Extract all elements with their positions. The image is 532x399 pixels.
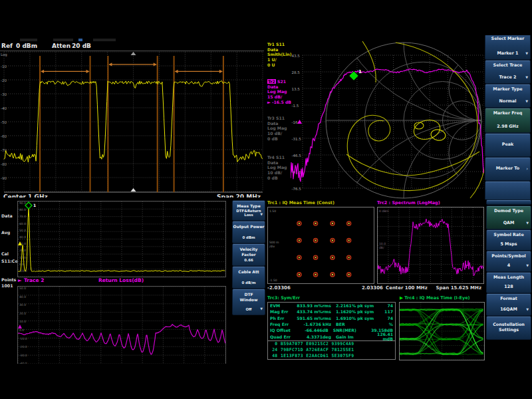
sym-err-cell: Freq Err: [268, 322, 293, 327]
trace-legend-item[interactable]: Tr4 S11DataLog Mag10 dB/0 dB: [267, 155, 291, 181]
output-power-button[interactable]: Output Power0 dBm: [232, 221, 265, 243]
svg-text:70.0: 70.0: [19, 215, 26, 218]
spectrum-plot: Log-10-20-30-40-50-60-70-80-90: [0, 51, 264, 194]
peak-button[interactable]: Peak: [485, 133, 531, 157]
select-trace-button[interactable]: Select TraceTrace 2▼: [485, 60, 531, 84]
vsa-spectrum-plot: 0 dBm10.0dB/: [377, 207, 484, 284]
smith-chart-plot: 43.528.513.5-1.5-16.5-31.5-46.5-61.5-76.…: [291, 41, 484, 200]
points-label: Points: [1, 277, 16, 282]
softkey-value: Marker 1: [485, 51, 530, 56]
symbol-index: 48: [268, 353, 277, 359]
marker-type-button[interactable]: Marker TypeNormal▼: [485, 84, 531, 108]
meas-type-button[interactable]: Meas TypeDTF&Return Loss▼: [232, 200, 265, 221]
trc2-title[interactable]: Trc2 : Spectrum (LogMag): [377, 200, 440, 205]
dropdown-arrow-icon: ▼: [526, 221, 529, 225]
svg-text:-20.0: -20.0: [19, 345, 27, 348]
svg-text:-30: -30: [1, 92, 7, 96]
symbol-hex-table: 0B59A7077 E09215C2 9399C4A92479BFC71D A7…: [267, 340, 396, 360]
svg-text:1.50: 1.50: [269, 209, 276, 213]
cable-att-button[interactable]: Cable Att0 dB/m: [232, 266, 265, 289]
trc2-window: Trc2 : Spectrum (LogMag) 0 dBm10.0dB/: [376, 200, 484, 284]
softkey-label: Format: [487, 294, 531, 302]
svg-text:-20: -20: [1, 78, 7, 82]
ref-value[interactable]: 0 dBm: [16, 43, 37, 49]
trc1-title[interactable]: Trc1 : IQ Meas Time (Const): [267, 200, 334, 205]
svg-text:-30.0: -30.0: [19, 354, 27, 357]
sym-err-cell: Mag Err: [268, 309, 293, 314]
svg-text:10.0: 10.0: [19, 256, 26, 259]
softkey-label: Output Power: [233, 221, 265, 229]
legend-line: 15 dB/: [267, 94, 291, 100]
svg-text:43.5: 43.5: [292, 54, 301, 58]
softkey-value: QAM: [487, 220, 531, 225]
legend-line: Data: [267, 160, 291, 166]
softkey-label: Marker To: [496, 166, 520, 172]
svg-text:-80: -80: [1, 162, 7, 166]
meas-length-button[interactable]: Meas Length128: [486, 272, 531, 293]
softkey-value: 2.98 GHz: [485, 124, 530, 129]
symbol-rate-button[interactable]: Symbol Rate5 Msps: [486, 229, 531, 251]
svg-text:-90: -90: [1, 176, 7, 180]
constellation-settings-button[interactable]: Constellation Settings: [486, 316, 531, 340]
sym-err-row: Ph Err591.65 m%rms1.6910% pk sym74: [268, 315, 395, 321]
marker-to-button[interactable]: Marker To›: [485, 157, 531, 181]
svg-text:-31.5: -31.5: [292, 137, 302, 141]
trc3-title[interactable]: Trc3: Sym/Err: [267, 295, 300, 301]
svg-text:-10: -10: [1, 65, 7, 68]
svg-text:-1.50: -1.50: [269, 279, 277, 282]
svg-text:13.5: 13.5: [292, 87, 301, 91]
select-marker-button[interactable]: Select MarkerMarker 1▼: [485, 33, 531, 60]
velocity-factor-button[interactable]: Velocity Factor0.66: [232, 243, 265, 266]
svg-text:90.0: 90.0: [19, 201, 26, 205]
svg-text:-50: -50: [1, 120, 7, 124]
sym-err-cell: 1.1620% pk sym: [331, 309, 376, 314]
dtf-window-button[interactable]: DTF WindowOff▼: [232, 289, 265, 315]
sym-err-cell: 591.65 m%rms: [293, 316, 331, 321]
cable-antenna-panel: DataAvgCalS11:CorPoints1001 90.080.070.0…: [0, 200, 266, 364]
svg-text:10.0: 10.0: [19, 320, 26, 323]
sym-err-cell: -1.6736 kHz: [293, 322, 331, 327]
vsa-softkey-menu: Demod TypeQAM▼Symbol Rate5 MspsPoints/Sy…: [485, 200, 532, 359]
spectrum-footer: Center 1 GHz Span 20 MHz: [0, 194, 264, 198]
spectrum-header: Ref 0 dBm Atten 20 dB: [0, 42, 264, 51]
format-button[interactable]: Format16QAM▼: [486, 293, 531, 316]
trace-legend-item[interactable]: Tr3 S11DataLog Mag10 dB/0 dB: [267, 116, 291, 142]
sym-err-cell: Gain Im: [331, 334, 376, 339]
span-label: Span 15.625 MHz: [436, 285, 481, 291]
svg-text:30.0: 30.0: [19, 303, 26, 307]
trace-legend-item[interactable]: Tr2 S21DataLog Mag15 dB/► -16.5 dB: [267, 79, 291, 105]
atten-value[interactable]: 20 dB: [72, 43, 91, 49]
points-symbol-button[interactable]: Points/Symbol4▼: [486, 251, 531, 272]
softkey-value: 4: [487, 263, 531, 268]
svg-text:-10.0: -10.0: [19, 337, 27, 340]
softkey-label: Meas Length: [487, 273, 531, 281]
multi-instrument-screen: Ref 0 dBm Atten 20 dB Log-10-20-30-40-50…: [0, 0, 532, 399]
dropdown-arrow-icon: ▼: [260, 307, 263, 311]
marker-freq-button[interactable]: Marker Freq2.98 GHz: [485, 108, 531, 133]
sym-err-cell: EVM: [268, 303, 293, 308]
cat-softkey-menu: Meas TypeDTF&Return Loss▼Output Power0 d…: [231, 200, 266, 364]
atten-label: Atten: [52, 43, 70, 49]
svg-text:50.0: 50.0: [19, 287, 26, 290]
trc4-title[interactable]: ▶ Trc4 : IQ Meas Time (I-Eye): [400, 295, 470, 301]
softkey-label: Marker Type: [485, 84, 530, 92]
dropdown-arrow-icon: ▼: [525, 51, 528, 55]
svg-text:1: 1: [33, 203, 36, 207]
softkey-label: Velocity Factor: [233, 244, 265, 257]
svg-text:0.0: 0.0: [19, 263, 24, 266]
svg-text:dB/: dB/: [379, 246, 384, 249]
softkey-value: Normal: [485, 98, 530, 104]
blank-button[interactable]: [486, 200, 531, 205]
return-loss-plot: 50.040.030.020.010.00.0-10.0-20.0-30.0-4…: [17, 286, 226, 364]
trc4-title-text: Trc4 : IQ Meas Time (I-Eye): [404, 295, 469, 301]
trace-legend-item[interactable]: Tr1 S11DataSmith(Lin)1 U/0 U: [267, 42, 291, 68]
sym-err-row: Quad Err4.3371degGain Im126.41 mdB: [268, 333, 395, 339]
sym-err-cell: %: [376, 322, 395, 327]
titlebar-fragment: [78, 39, 82, 41]
legend-line: 0 U: [267, 63, 291, 68]
svg-text:10.0: 10.0: [379, 242, 386, 245]
legend-line: Log Mag: [267, 165, 291, 170]
titlebar-fragment: [20, 39, 37, 41]
demod-type-button[interactable]: Demod TypeQAM▼: [486, 205, 531, 229]
svg-text:0.0: 0.0: [19, 329, 24, 332]
